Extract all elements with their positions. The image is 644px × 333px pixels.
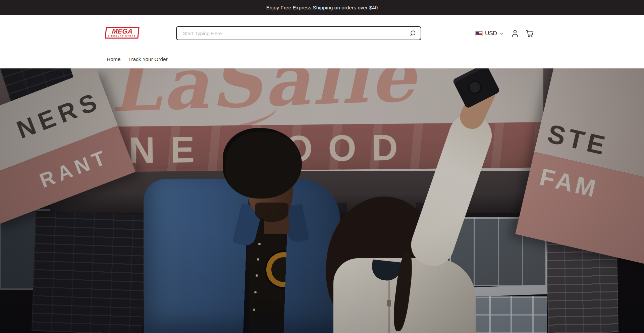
currency-selector[interactable]: USD <box>475 30 504 38</box>
cart-icon <box>525 29 534 38</box>
cart-button[interactable] <box>525 28 535 38</box>
account-button[interactable] <box>510 28 520 38</box>
currency-code: USD <box>485 30 497 37</box>
hero-image: LaSalle FINE FOOD NERS RANT STE FAM <box>0 68 644 333</box>
account-icon <box>511 29 519 38</box>
us-flag-icon <box>475 31 483 36</box>
nav-home[interactable]: Home <box>107 56 120 62</box>
search-input[interactable] <box>176 26 421 40</box>
search-icon <box>409 30 416 37</box>
search-form <box>176 26 421 40</box>
page: Enjoy Free Express Shipping on orders ov… <box>0 0 644 333</box>
announcement-text: Enjoy Free Express Shipping on orders ov… <box>266 5 378 10</box>
main-nav: Home Track Your Order <box>107 56 168 62</box>
header: MEGA DISCOUNT STORE USD <box>0 15 644 68</box>
logo-subtitle: DISCOUNT STORE <box>108 35 136 37</box>
logo-title: MEGA <box>112 28 133 35</box>
logo-box: MEGA DISCOUNT STORE <box>105 27 140 39</box>
announcement-bar: Enjoy Free Express Shipping on orders ov… <box>0 0 644 15</box>
search-button[interactable] <box>407 26 418 40</box>
logo[interactable]: MEGA DISCOUNT STORE <box>105 27 139 39</box>
nav-track-order[interactable]: Track Your Order <box>128 56 167 62</box>
hero-dark-overlay <box>0 68 644 333</box>
chevron-down-icon <box>499 32 504 36</box>
